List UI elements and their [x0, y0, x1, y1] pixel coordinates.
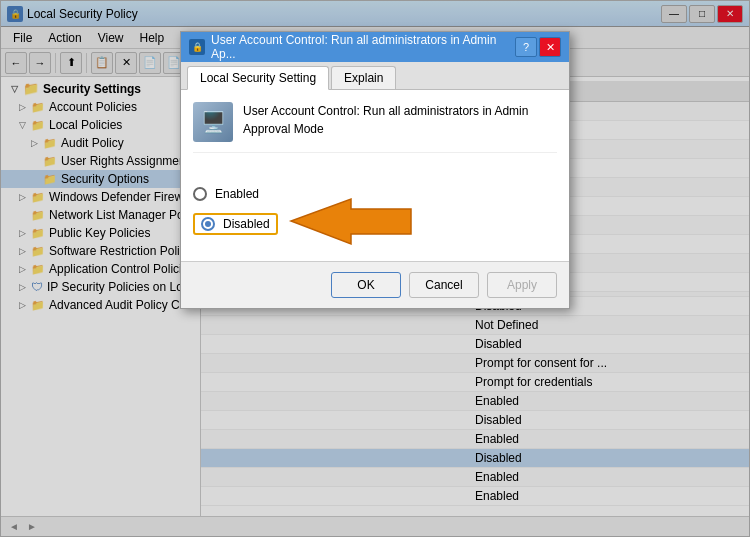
dialog-app-icon: 🔒 — [189, 39, 205, 55]
dialog-footer: OK Cancel Apply — [181, 261, 569, 308]
disabled-highlight-box: Disabled — [193, 213, 278, 235]
dialog-help-button[interactable]: ? — [515, 37, 537, 57]
dialog-overlay: 🔒 User Account Control: Run all administ… — [1, 1, 749, 536]
dialog-policy-header: 🖥️ User Account Control: Run all adminis… — [193, 102, 557, 153]
dialog-tabs: Local Security Setting Explain — [181, 62, 569, 90]
policy-icon: 🖥️ — [193, 102, 233, 142]
policy-title: User Account Control: Run all administra… — [243, 102, 557, 138]
policy-icon-glyph: 🖥️ — [201, 110, 226, 134]
enabled-radio-button[interactable] — [193, 187, 207, 201]
tab-local-security-setting[interactable]: Local Security Setting — [187, 66, 329, 90]
apply-button[interactable]: Apply — [487, 272, 557, 298]
dialog-window-controls: ? ✕ — [515, 37, 561, 57]
dialog-close-button[interactable]: ✕ — [539, 37, 561, 57]
uac-dialog: 🔒 User Account Control: Run all administ… — [180, 31, 570, 309]
tab-explain[interactable]: Explain — [331, 66, 396, 89]
arrow-annotation — [291, 199, 411, 244]
enabled-label: Enabled — [215, 187, 259, 201]
ok-button[interactable]: OK — [331, 272, 401, 298]
main-window: 🔒 Local Security Policy — □ ✕ File Actio… — [0, 0, 750, 537]
disabled-label: Disabled — [223, 217, 270, 231]
disabled-radio-button[interactable] — [201, 217, 215, 231]
dialog-title: User Account Control: Run all administra… — [211, 33, 509, 61]
cancel-button[interactable]: Cancel — [409, 272, 479, 298]
svg-marker-0 — [291, 199, 411, 244]
dialog-title-bar: 🔒 User Account Control: Run all administ… — [181, 32, 569, 62]
